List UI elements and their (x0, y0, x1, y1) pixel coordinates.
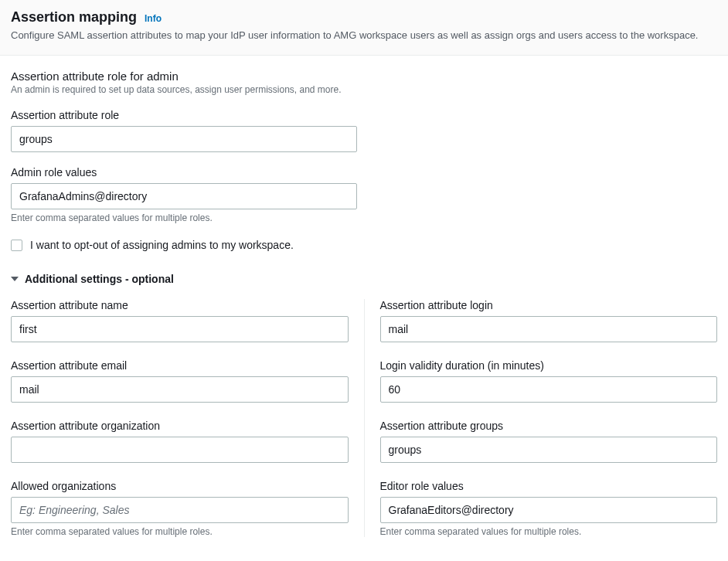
attr-groups-input[interactable] (380, 437, 718, 463)
admin-role-values-helper: Enter comma separated values for multipl… (11, 212, 717, 223)
allowed-orgs-helper: Enter comma separated values for multipl… (11, 526, 349, 537)
attr-groups-label: Assertion attribute groups (380, 420, 718, 432)
login-validity-field: Login validity duration (in minutes) (380, 359, 718, 403)
allowed-orgs-input[interactable] (11, 497, 349, 523)
attr-name-field: Assertion attribute name (11, 299, 349, 342)
editor-role-field: Editor role values Enter comma separated… (380, 480, 718, 537)
optout-label[interactable]: I want to opt-out of assigning admins to… (30, 239, 294, 251)
additional-settings-title: Additional settings - optional (25, 273, 174, 285)
attr-org-input[interactable] (11, 437, 349, 463)
editor-role-input[interactable] (380, 497, 718, 523)
header-title-row: Assertion mapping Info (11, 9, 717, 26)
panel-description: Configure SAML assertion attributes to m… (11, 29, 717, 42)
admin-role-values-field: Admin role values Enter comma separated … (11, 166, 717, 223)
allowed-orgs-label: Allowed organizations (11, 480, 349, 492)
allowed-orgs-field: Allowed organizations Enter comma separa… (11, 480, 349, 537)
attr-login-input[interactable] (380, 316, 718, 342)
panel-title: Assertion mapping (11, 9, 137, 26)
attr-email-input[interactable] (11, 376, 349, 403)
attr-name-label: Assertion attribute name (11, 299, 349, 311)
attr-email-label: Assertion attribute email (11, 359, 349, 372)
left-column: Assertion attribute name Assertion attri… (11, 299, 364, 537)
admin-section-subtitle: An admin is required to set up data sour… (11, 84, 717, 95)
attr-name-input[interactable] (11, 316, 349, 342)
attr-login-label: Assertion attribute login (380, 299, 718, 311)
admin-section-title: Assertion attribute role for admin (11, 70, 717, 83)
attr-groups-field: Assertion attribute groups (380, 420, 718, 463)
additional-settings-section: Additional settings - optional (0, 273, 728, 285)
editor-role-helper: Enter comma separated values for multipl… (380, 526, 718, 537)
panel-header: Assertion mapping Info Configure SAML as… (0, 0, 728, 56)
optout-checkbox[interactable] (11, 240, 22, 251)
login-validity-input[interactable] (380, 376, 718, 403)
attr-org-label: Assertion attribute organization (11, 420, 349, 432)
admin-role-values-input[interactable] (11, 183, 357, 209)
attr-email-field: Assertion attribute email (11, 359, 349, 403)
additional-settings-toggle[interactable]: Additional settings - optional (11, 273, 717, 285)
admin-section: Assertion attribute role for admin An ad… (0, 56, 728, 251)
attr-login-field: Assertion attribute login (380, 299, 718, 342)
caret-down-icon (11, 277, 19, 281)
attr-org-field: Assertion attribute organization (11, 420, 349, 463)
info-link[interactable]: Info (145, 13, 162, 24)
login-validity-label: Login validity duration (in minutes) (380, 359, 718, 372)
assertion-role-field: Assertion attribute role (11, 109, 717, 152)
admin-role-values-label: Admin role values (11, 166, 717, 178)
editor-role-label: Editor role values (380, 480, 718, 492)
optout-row[interactable]: I want to opt-out of assigning admins to… (11, 239, 717, 251)
additional-settings-content: Assertion attribute name Assertion attri… (0, 299, 728, 552)
assertion-role-label: Assertion attribute role (11, 109, 717, 121)
assertion-role-input[interactable] (11, 126, 357, 152)
right-column: Assertion attribute login Login validity… (364, 299, 718, 537)
